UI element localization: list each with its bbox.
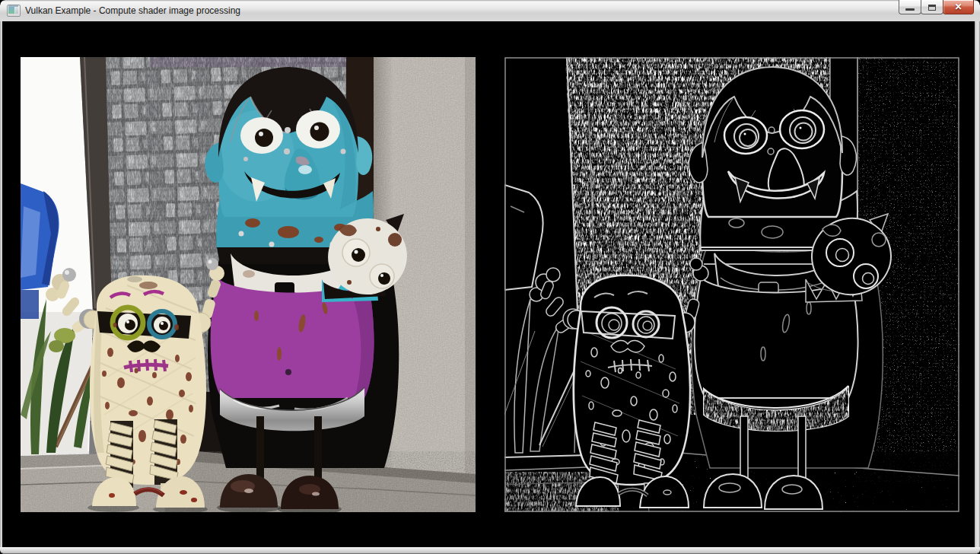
window-controls: ✕ <box>899 0 974 14</box>
original-image <box>21 57 476 512</box>
close-icon: ✕ <box>954 1 962 14</box>
title-bar[interactable]: Vulkan Example - Compute shader image pr… <box>0 0 980 22</box>
original-image-panel <box>21 57 476 512</box>
app-window-icon <box>7 5 21 17</box>
client-area <box>2 21 975 547</box>
window-frame-bottom <box>0 547 980 554</box>
application-window: Vulkan Example - Compute shader image pr… <box>0 0 980 554</box>
edge-detected-image-panel <box>504 57 959 512</box>
minimize-button[interactable] <box>899 0 921 14</box>
minimize-icon <box>905 8 915 11</box>
maximize-icon <box>928 5 936 11</box>
maximize-button[interactable] <box>921 0 943 14</box>
window-title: Vulkan Example - Compute shader image pr… <box>25 5 240 16</box>
close-button[interactable]: ✕ <box>943 0 974 14</box>
edge-detected-image <box>504 57 959 512</box>
window-frame-right <box>975 21 980 547</box>
